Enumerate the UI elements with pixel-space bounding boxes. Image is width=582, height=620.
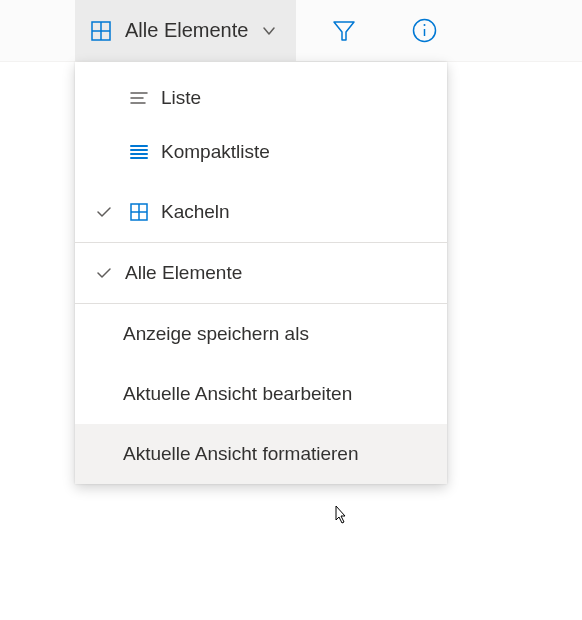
svg-point-6 — [423, 24, 425, 26]
menu-item-label: Aktuelle Ansicht bearbeiten — [119, 383, 352, 405]
menu-item-edit-current-view[interactable]: Aktuelle Ansicht bearbeiten — [75, 364, 447, 424]
menu-item-list[interactable]: Liste — [75, 62, 447, 122]
info-button[interactable] — [406, 13, 442, 49]
view-switcher-label: Alle Elemente — [125, 19, 248, 42]
cursor-pointer-icon — [330, 504, 352, 530]
menu-item-all-elements[interactable]: Alle Elemente — [75, 243, 447, 303]
menu-item-tiles[interactable]: Kacheln — [75, 182, 447, 242]
filter-button[interactable] — [326, 13, 362, 49]
checkmark-icon — [87, 203, 121, 221]
checkmark-icon — [87, 264, 121, 282]
filter-icon — [331, 18, 357, 44]
menu-item-label: Kacheln — [157, 201, 230, 223]
list-icon — [121, 87, 157, 109]
menu-item-save-view-as[interactable]: Anzeige speichern als — [75, 304, 447, 364]
chevron-down-icon — [260, 22, 278, 40]
menu-item-label: Anzeige speichern als — [119, 323, 309, 345]
svg-marker-3 — [334, 22, 354, 40]
view-switcher-button[interactable]: Alle Elemente — [75, 0, 296, 61]
menu-item-label: Alle Elemente — [121, 262, 242, 284]
menu-item-label: Aktuelle Ansicht formatieren — [119, 443, 359, 465]
compact-list-icon — [121, 141, 157, 163]
toolbar-actions — [296, 0, 442, 61]
info-icon — [411, 17, 438, 44]
tiles-icon — [89, 19, 113, 43]
toolbar: Alle Elemente — [0, 0, 582, 62]
menu-item-compact-list[interactable]: Kompaktliste — [75, 122, 447, 182]
tiles-icon — [121, 201, 157, 223]
menu-item-label: Kompaktliste — [157, 141, 270, 163]
menu-item-label: Liste — [157, 87, 201, 109]
menu-item-format-current-view[interactable]: Aktuelle Ansicht formatieren — [75, 424, 447, 484]
view-dropdown-menu: Liste Kompaktliste Kacheln — [75, 62, 447, 484]
toolbar-spacer — [0, 0, 75, 61]
